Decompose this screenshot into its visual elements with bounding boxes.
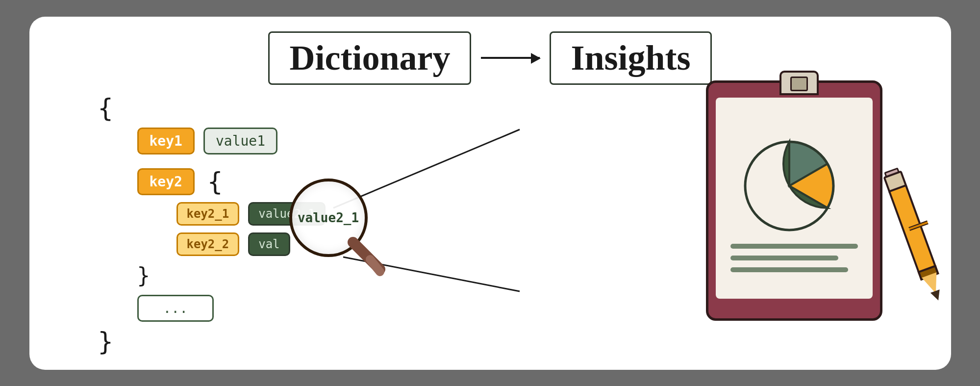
main-card: Dictionary Insights { key1 value1 [29, 17, 951, 370]
value1-badge: value1 [203, 128, 277, 154]
insights-box: Insights [550, 31, 711, 85]
key2-2-badge: key2_2 [176, 232, 240, 256]
arrow-icon [481, 57, 540, 59]
paper-lines [730, 244, 858, 279]
key1-badge: key1 [137, 128, 195, 154]
pie-chart [740, 137, 848, 245]
insights-label: Insights [571, 38, 690, 77]
clipboard-clip [779, 71, 819, 95]
dictionary-box: Dictionary [268, 31, 471, 85]
pencil [878, 168, 949, 298]
key2-1-badge: key2_1 [176, 202, 240, 226]
open-brace: { [98, 95, 353, 121]
magnifier-handle-svg [289, 179, 387, 277]
pencil-stripe [908, 220, 928, 231]
paper-line-2 [730, 256, 838, 260]
value2-2-badge: val [248, 232, 290, 256]
clipboard [706, 71, 892, 321]
pencil-body [888, 184, 936, 274]
paper-line-3 [730, 267, 848, 272]
key2-badge: key2 [137, 168, 195, 195]
inner-open-brace: { [207, 169, 223, 194]
pie-chart-svg [740, 137, 838, 235]
paper-line-1 [730, 244, 858, 249]
dictionary-label: Dictionary [289, 38, 450, 77]
ellipsis-badge: ... [137, 295, 214, 322]
magnifying-glass: value2_1 [289, 179, 387, 277]
dict-row-ellipsis: ... [137, 295, 353, 322]
arrow-container [481, 57, 540, 59]
close-brace: } [98, 329, 353, 354]
dict-row-1: key1 value1 [137, 128, 353, 154]
clipboard-area [706, 71, 912, 345]
clipboard-paper [716, 98, 873, 299]
